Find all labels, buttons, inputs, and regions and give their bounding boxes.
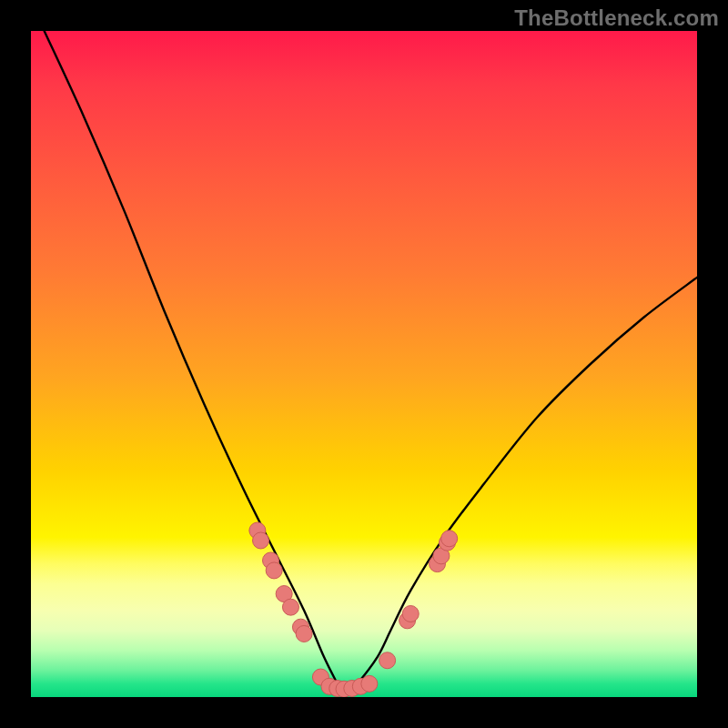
chart-marker [266, 562, 282, 579]
chart-marker [379, 652, 396, 669]
chart-frame: TheBottleneck.com [0, 0, 728, 728]
watermark-text: TheBottleneck.com [514, 5, 719, 31]
chart-marker [253, 532, 269, 549]
chart-plot-area [31, 31, 697, 697]
chart-marker [441, 531, 458, 547]
chart-marker [296, 625, 312, 642]
bottleneck-curve [45, 31, 697, 697]
chart-marker [402, 606, 419, 622]
chart-markers [249, 522, 458, 697]
chart-marker [282, 599, 298, 615]
chart-marker [361, 675, 378, 692]
chart-svg [31, 31, 697, 697]
